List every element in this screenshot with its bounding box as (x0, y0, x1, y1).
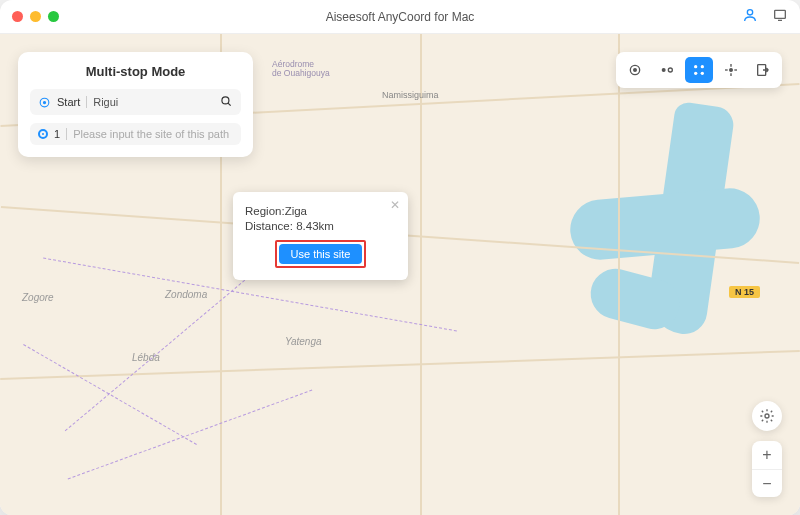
start-marker-icon (38, 96, 51, 109)
popup-region-line: Region:Ziga (245, 205, 396, 217)
start-value[interactable]: Rigui (93, 96, 213, 108)
fullscreen-icon[interactable] (772, 7, 788, 27)
stop-input-row[interactable]: 1 Please input the site of this path (30, 123, 241, 145)
zoom-in-button[interactable]: + (752, 441, 782, 469)
distance-label: Distance: (245, 220, 293, 232)
highlight-annotation: Use this site (275, 240, 367, 268)
map-label-aerodrome-line2: de Ouahigouya (272, 68, 330, 78)
zoom-out-button[interactable]: − (752, 469, 782, 497)
svg-point-4 (222, 97, 229, 104)
modify-location-button[interactable] (621, 57, 649, 83)
search-icon[interactable] (219, 94, 233, 110)
location-popup: ✕ Region:Ziga Distance: 8.43km Use this … (233, 192, 408, 280)
panel-title: Multi-stop Mode (30, 64, 241, 79)
svg-point-10 (694, 65, 697, 68)
use-this-site-button[interactable]: Use this site (279, 244, 363, 264)
distance-value: 8.43km (296, 220, 334, 232)
window-title: Aiseesoft AnyCoord for Mac (0, 10, 800, 24)
map-label-namissiguima: Namissiguima (382, 90, 439, 100)
zoom-controls: + − (752, 441, 782, 497)
svg-rect-1 (775, 10, 786, 18)
map-label-lebda: Lébda (132, 352, 160, 363)
titlebar: Aiseesoft AnyCoord for Mac (0, 0, 800, 34)
start-input-row[interactable]: Start Rigui (30, 89, 241, 115)
map-label-zogore: Zogore (22, 292, 54, 303)
account-icon[interactable] (742, 7, 758, 27)
map-label-aerodrome: Aérodrome de Ouahigouya (272, 60, 330, 79)
close-icon[interactable]: ✕ (390, 198, 400, 212)
map-canvas[interactable]: Namissiguima Zogore Zondoma Lébda Yateng… (0, 34, 800, 515)
region-label: Region: (245, 205, 285, 217)
maximize-window-button[interactable] (48, 11, 59, 22)
stop-placeholder[interactable]: Please input the site of this path (73, 128, 233, 140)
map-label-zondoma: Zondoma (165, 289, 207, 300)
svg-point-11 (701, 65, 704, 68)
export-button[interactable] (749, 57, 777, 83)
joystick-mode-button[interactable] (717, 57, 745, 83)
region-value: Ziga (285, 205, 307, 217)
map-label-yatenga: Yatenga (285, 336, 322, 347)
mode-toolbar (616, 52, 782, 88)
corner-controls: + − (752, 401, 782, 497)
svg-point-12 (694, 72, 697, 75)
one-stop-mode-button[interactable] (653, 57, 681, 83)
svg-point-20 (765, 414, 769, 418)
svg-point-7 (634, 69, 637, 72)
multi-stop-mode-button[interactable] (685, 57, 713, 83)
close-window-button[interactable] (12, 11, 23, 22)
popup-distance-line: Distance: 8.43km (245, 220, 396, 232)
svg-point-9 (668, 68, 672, 72)
multi-stop-panel: Multi-stop Mode Start Rigui 1 Please inp… (18, 52, 253, 157)
svg-point-14 (730, 69, 733, 72)
divider (86, 96, 87, 108)
stop-radio-icon (38, 129, 48, 139)
svg-line-5 (228, 103, 231, 106)
start-label: Start (57, 96, 80, 108)
settings-button[interactable] (752, 401, 782, 431)
app-window: Aiseesoft AnyCoord for Mac Namissig (0, 0, 800, 515)
divider (66, 128, 67, 140)
svg-point-13 (701, 72, 704, 75)
stop-number: 1 (54, 128, 60, 140)
window-controls (12, 11, 59, 22)
svg-point-3 (43, 101, 45, 103)
svg-point-0 (747, 9, 752, 14)
minimize-window-button[interactable] (30, 11, 41, 22)
road-badge-n15: N 15 (729, 286, 760, 298)
svg-point-8 (662, 69, 665, 72)
